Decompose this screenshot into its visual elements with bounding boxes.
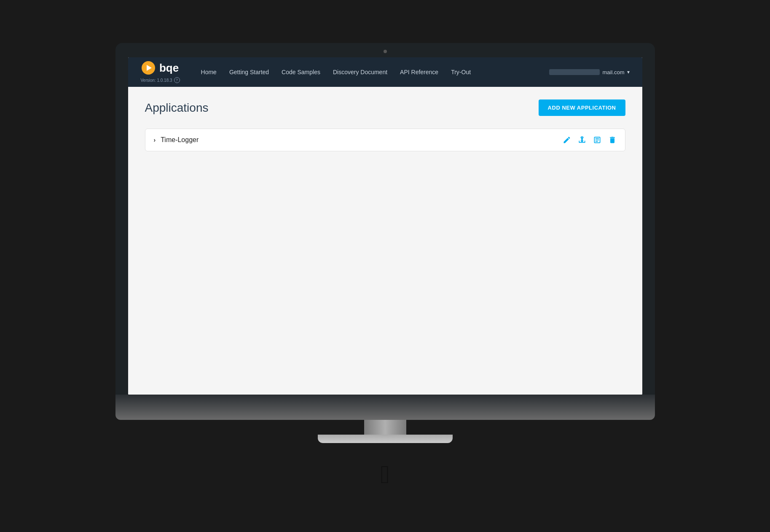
monitor-top-bar (128, 50, 642, 53)
logo-row: bqe (142, 61, 179, 75)
page-header: Applications ADD NEW APPLICATION (145, 99, 625, 116)
user-email-suffix: mail.com (602, 69, 624, 75)
monitor-stand-neck (364, 420, 406, 435)
nav-link-try-out[interactable]: Try-Out (451, 69, 471, 75)
logo-area: bqe Version: 1.0.18.3 ? (141, 61, 180, 83)
help-icon[interactable]: ? (174, 77, 180, 83)
screen: bqe Version: 1.0.18.3 ? Home Getting Sta… (128, 57, 642, 395)
nav-link-discovery-document[interactable]: Discovery Document (333, 69, 387, 75)
logo-text: bqe (159, 62, 179, 75)
anchor-icon[interactable] (578, 136, 586, 144)
user-dropdown-arrow[interactable]: ▾ (627, 69, 630, 75)
window-icon[interactable] (593, 136, 601, 144)
page-title: Applications (145, 101, 209, 115)
apple-logo-area:  (381, 451, 390, 489)
nav-link-code-samples[interactable]: Code Samples (282, 69, 320, 75)
app-item-left: › Time-Logger (154, 136, 199, 144)
add-new-application-button[interactable]: ADD NEW APPLICATION (539, 99, 625, 116)
version-text: Version: 1.0.18.3 ? (141, 77, 180, 83)
nav-link-home[interactable]: Home (201, 69, 217, 75)
navbar: bqe Version: 1.0.18.3 ? Home Getting Sta… (128, 57, 642, 87)
edit-icon[interactable] (563, 136, 571, 144)
application-item: › Time-Logger (145, 129, 625, 151)
user-email-redacted (549, 69, 600, 75)
monitor-frame: bqe Version: 1.0.18.3 ? Home Getting Sta… (115, 43, 655, 395)
monitor-stand-base (318, 435, 453, 443)
app-name: Time-Logger (161, 136, 199, 144)
apple-logo:  (381, 460, 390, 489)
camera-dot (384, 50, 387, 53)
monitor-wrapper: bqe Version: 1.0.18.3 ? Home Getting Sta… (115, 43, 655, 489)
main-content: Applications ADD NEW APPLICATION › Time-… (128, 87, 642, 395)
monitor-bottom-bezel (115, 395, 655, 420)
nav-link-api-reference[interactable]: API Reference (400, 69, 438, 75)
bqe-logo-icon (142, 61, 155, 75)
delete-icon[interactable] (608, 136, 617, 144)
application-list: › Time-Logger (145, 129, 625, 151)
nav-link-getting-started[interactable]: Getting Started (229, 69, 269, 75)
nav-links: Home Getting Started Code Samples Discov… (201, 69, 550, 75)
app-actions (563, 136, 617, 144)
user-area: mail.com ▾ (549, 69, 629, 75)
expand-chevron-icon[interactable]: › (154, 137, 156, 143)
